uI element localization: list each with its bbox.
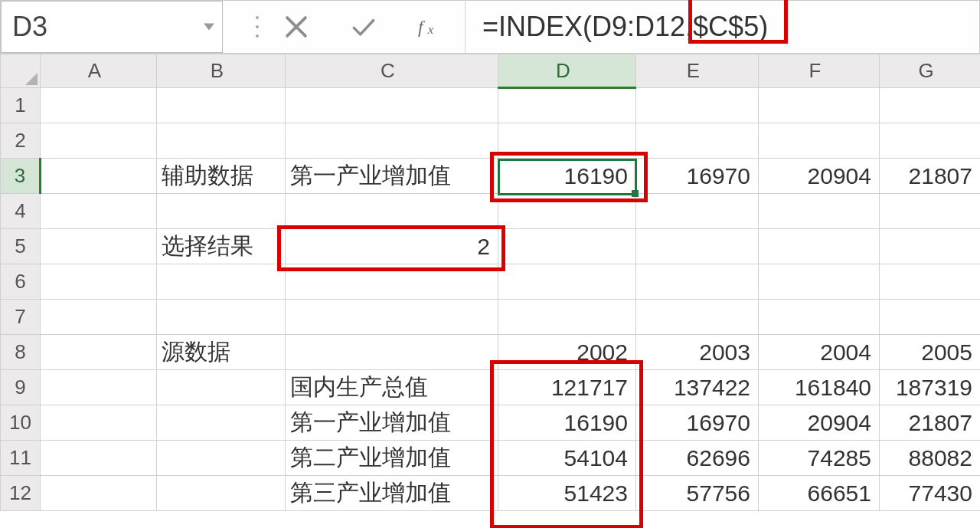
row-header-6[interactable]: 6: [1, 264, 41, 300]
cell-E2[interactable]: [636, 123, 759, 159]
cell-B7[interactable]: [157, 300, 286, 335]
cell-D5[interactable]: [498, 229, 636, 264]
cell-B9[interactable]: [157, 370, 286, 405]
row-header-3[interactable]: 3: [1, 159, 41, 194]
cell-G9[interactable]: 187319: [880, 370, 981, 405]
col-header-B[interactable]: B: [157, 54, 286, 88]
cell-C6[interactable]: [286, 264, 498, 300]
cell-F7[interactable]: [759, 300, 880, 335]
cell-D2[interactable]: [498, 123, 636, 159]
cell-B4[interactable]: [157, 194, 286, 229]
cell-B6[interactable]: [157, 264, 286, 300]
spreadsheet-grid[interactable]: A B C D E F G 1 2 3 辅助数据 第一产业增加值 16190 1…: [0, 54, 980, 511]
cell-F9[interactable]: 161840: [759, 370, 880, 405]
cell-A11[interactable]: [41, 441, 157, 476]
cell-C4[interactable]: [286, 194, 498, 229]
cell-E6[interactable]: [636, 264, 759, 300]
cell-C11[interactable]: 第二产业增加值: [286, 441, 498, 476]
cell-D10[interactable]: 16190: [498, 405, 636, 441]
cancel-button[interactable]: [263, 1, 330, 53]
cell-D12[interactable]: 51423: [498, 476, 636, 511]
cell-E9[interactable]: 137422: [636, 370, 759, 405]
cell-A3[interactable]: [41, 159, 157, 194]
cell-B12[interactable]: [157, 476, 286, 511]
col-header-G[interactable]: G: [880, 54, 981, 88]
cell-E3[interactable]: 16970: [636, 159, 759, 194]
cell-G7[interactable]: [880, 300, 981, 335]
cell-A8[interactable]: [41, 335, 157, 370]
cell-G1[interactable]: [880, 88, 981, 123]
row-header-2[interactable]: 2: [1, 123, 41, 159]
cell-E8[interactable]: 2003: [636, 335, 759, 370]
cell-D6[interactable]: [498, 264, 636, 300]
cell-G5[interactable]: [880, 229, 981, 264]
cell-C8[interactable]: [286, 335, 498, 370]
cell-E12[interactable]: 57756: [636, 476, 759, 511]
cell-F10[interactable]: 20904: [759, 405, 880, 441]
col-header-D[interactable]: D: [498, 54, 636, 88]
cell-G8[interactable]: 2005: [880, 335, 981, 370]
cell-C12[interactable]: 第三产业增加值: [286, 476, 498, 511]
cell-E5[interactable]: [636, 229, 759, 264]
cell-C9[interactable]: 国内生产总值: [286, 370, 498, 405]
name-box-dropdown-icon[interactable]: [204, 24, 214, 31]
cell-A12[interactable]: [41, 476, 157, 511]
cell-C7[interactable]: [286, 300, 498, 335]
insert-function-button[interactable]: f x: [397, 1, 465, 53]
cell-F1[interactable]: [759, 88, 880, 123]
cell-A6[interactable]: [41, 264, 157, 300]
cell-G11[interactable]: 88082: [880, 441, 981, 476]
cell-B2[interactable]: [157, 123, 286, 159]
enter-button[interactable]: [330, 1, 397, 53]
cell-B1[interactable]: [157, 88, 286, 123]
cell-A10[interactable]: [41, 405, 157, 441]
cell-D9[interactable]: 121717: [498, 370, 636, 405]
formula-input[interactable]: =INDEX(D9:D12,$C$5): [465, 1, 979, 53]
cell-A4[interactable]: [41, 194, 157, 229]
row-header-10[interactable]: 10: [1, 405, 41, 441]
row-header-8[interactable]: 8: [1, 335, 41, 370]
cell-D7[interactable]: [498, 300, 636, 335]
cell-F11[interactable]: 74285: [759, 441, 880, 476]
cell-G2[interactable]: [880, 123, 981, 159]
cell-E4[interactable]: [636, 194, 759, 229]
row-header-1[interactable]: 1: [1, 88, 41, 123]
col-header-F[interactable]: F: [759, 54, 880, 88]
cell-E10[interactable]: 16970: [636, 405, 759, 441]
cell-D3[interactable]: 16190: [498, 159, 636, 194]
cell-F6[interactable]: [759, 264, 880, 300]
cell-G10[interactable]: 21807: [880, 405, 981, 441]
cell-F2[interactable]: [759, 123, 880, 159]
cell-A9[interactable]: [41, 370, 157, 405]
cell-F3[interactable]: 20904: [759, 159, 880, 194]
col-header-E[interactable]: E: [636, 54, 759, 88]
select-all-corner[interactable]: [1, 54, 41, 88]
cell-A7[interactable]: [41, 300, 157, 335]
cell-E11[interactable]: 62696: [636, 441, 759, 476]
cell-G3[interactable]: 21807: [880, 159, 981, 194]
row-header-5[interactable]: 5: [1, 229, 41, 264]
cell-D8[interactable]: 2002: [498, 335, 636, 370]
row-header-12[interactable]: 12: [1, 476, 41, 511]
cell-D4[interactable]: [498, 194, 636, 229]
cell-B3[interactable]: 辅助数据: [157, 159, 286, 194]
cell-F12[interactable]: 66651: [759, 476, 880, 511]
row-header-9[interactable]: 9: [1, 370, 41, 405]
cell-G6[interactable]: [880, 264, 981, 300]
cell-C3[interactable]: 第一产业增加值: [286, 159, 498, 194]
name-box[interactable]: D3: [1, 1, 223, 53]
cell-G4[interactable]: [880, 194, 981, 229]
col-header-A[interactable]: A: [41, 54, 157, 88]
cell-C1[interactable]: [286, 88, 498, 123]
cell-C10[interactable]: 第一产业增加值: [286, 405, 498, 441]
cell-F8[interactable]: 2004: [759, 335, 880, 370]
cell-E1[interactable]: [636, 88, 759, 123]
cell-G12[interactable]: 77430: [880, 476, 981, 511]
cell-A5[interactable]: [41, 229, 157, 264]
col-header-C[interactable]: C: [286, 54, 498, 88]
cell-F5[interactable]: [759, 229, 880, 264]
cell-B11[interactable]: [157, 441, 286, 476]
cell-B5[interactable]: 选择结果: [157, 229, 286, 264]
cell-C2[interactable]: [286, 123, 498, 159]
cell-A1[interactable]: [41, 88, 157, 123]
